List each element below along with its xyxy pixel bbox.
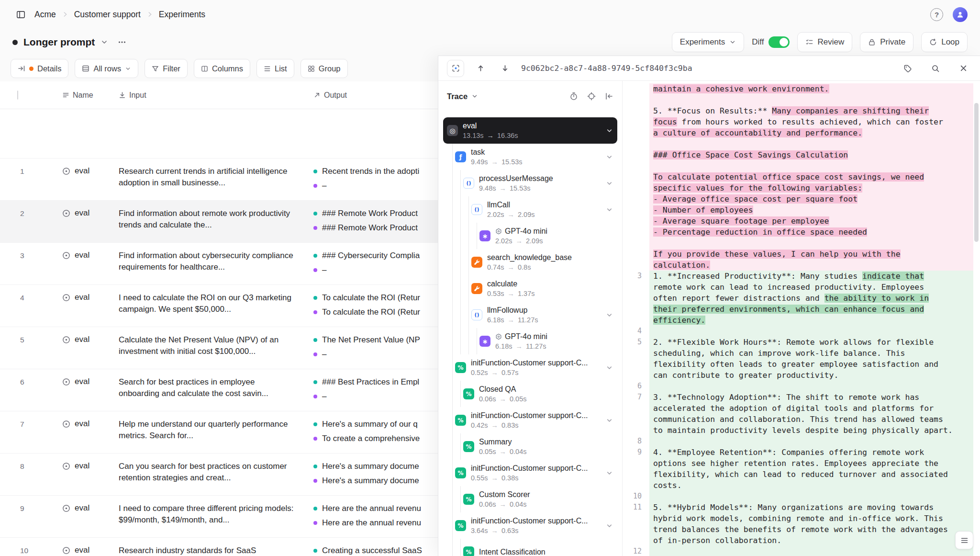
- row-name-cell[interactable]: eval: [62, 159, 119, 200]
- row-name-cell[interactable]: eval: [62, 201, 119, 242]
- trace-span-row[interactable]: calculate0.53s→1.37s: [443, 275, 617, 302]
- diff-line-text[interactable]: - Average office space cost per square f…: [649, 193, 973, 204]
- select-all-checkbox[interactable]: [17, 91, 18, 100]
- crosshair-icon[interactable]: [587, 92, 596, 101]
- timing-icon[interactable]: [569, 92, 578, 101]
- trace-view-dropdown[interactable]: Trace: [447, 92, 478, 101]
- diff-line-text[interactable]: [649, 491, 973, 502]
- tag-button[interactable]: [900, 60, 916, 77]
- row-input-text[interactable]: Research current trends in artificial in…: [119, 159, 309, 200]
- trace-span-row[interactable]: ◎eval13.13s→16.36s: [443, 117, 617, 144]
- columns-button[interactable]: Columns: [194, 59, 250, 78]
- previous-row-button[interactable]: [472, 60, 489, 77]
- diff-line-text[interactable]: 2. **Flexible Work Hours**: Remote work …: [649, 337, 973, 348]
- diff-line-text[interactable]: flexibility often leads to greater emplo…: [649, 359, 973, 370]
- trace-span-row[interactable]: %initFunction-Customer support-C...0.52s…: [443, 354, 617, 381]
- row-input-text[interactable]: I need to compare three different pricin…: [119, 496, 309, 537]
- chevron-down-icon[interactable]: [606, 153, 613, 160]
- row-input-text[interactable]: Can you search for best practices on cus…: [119, 454, 309, 495]
- trace-span-row[interactable]: ()llmFollowup6.18s→11.27s: [443, 302, 617, 328]
- filter-button[interactable]: Filter: [145, 59, 188, 78]
- row-name-cell[interactable]: eval: [62, 496, 119, 537]
- diff-line-text[interactable]: trend balances the benefits of remote wo…: [649, 524, 973, 535]
- diff-line-text[interactable]: focus from hours worked to results achie…: [649, 116, 973, 127]
- breadcrumb-org[interactable]: Acme: [34, 10, 56, 20]
- row-name-cell[interactable]: eval: [62, 243, 119, 284]
- row-input-text[interactable]: Research industry standards for SaaS: [119, 538, 309, 556]
- diff-line-text[interactable]: [649, 436, 973, 447]
- chevron-down-icon[interactable]: [606, 364, 613, 371]
- diff-line-text[interactable]: their preferred environments, which can …: [649, 304, 973, 315]
- chevron-down-icon[interactable]: [606, 127, 613, 134]
- breadcrumb-page[interactable]: Experiments: [159, 10, 205, 20]
- close-panel-button[interactable]: [955, 60, 971, 77]
- row-input-text[interactable]: Find information about remote work produ…: [119, 201, 309, 242]
- trace-span-row[interactable]: %initFunction-Customer support-C...0.42s…: [443, 407, 617, 433]
- diff-line-text[interactable]: of in-person collaboration.: [649, 535, 973, 546]
- diff-line-text[interactable]: communication and collaboration. This tr…: [649, 414, 973, 425]
- diff-line-text[interactable]: calculation.: [649, 260, 973, 271]
- trace-span-row[interactable]: ƒtask9.49s→15.53s: [443, 144, 617, 170]
- loop-button[interactable]: Loop: [921, 32, 968, 52]
- diff-line-text[interactable]: maintain a cohesive work environment.: [649, 83, 973, 94]
- column-header-name[interactable]: Name: [62, 91, 119, 100]
- log-view-button[interactable]: [955, 531, 973, 549]
- row-name-cell[interactable]: eval: [62, 454, 119, 495]
- diff-line-text[interactable]: costs.: [649, 480, 973, 491]
- search-button[interactable]: [927, 60, 944, 77]
- trace-span-row[interactable]: ∗GPT-4o mini6.18s→11.27s: [443, 328, 617, 354]
- trace-span-row[interactable]: %Intent Classification: [443, 539, 617, 556]
- trace-span-row[interactable]: %initFunction-Customer support-C...3.64s…: [443, 512, 617, 539]
- chevron-down-icon[interactable]: [100, 38, 108, 46]
- chevron-down-icon[interactable]: [606, 180, 613, 187]
- chevron-down-icon[interactable]: [606, 522, 613, 529]
- review-button[interactable]: Review: [797, 32, 853, 52]
- focus-span-button[interactable]: [447, 60, 464, 77]
- sidebar-toggle-icon[interactable]: [12, 6, 29, 23]
- all-rows-dropdown[interactable]: All rows: [75, 59, 138, 78]
- avatar[interactable]: [953, 7, 968, 22]
- collapse-panel-icon[interactable]: [605, 92, 613, 101]
- row-input-text[interactable]: Calculate the Net Present Value (NPV) of…: [119, 327, 309, 369]
- row-name-cell[interactable]: eval: [62, 538, 119, 556]
- experiment-name[interactable]: Longer prompt: [23, 36, 95, 48]
- diff-line-text[interactable]: to maintain productivity levels despite …: [649, 425, 973, 436]
- chevron-down-icon[interactable]: [606, 206, 613, 213]
- row-name-cell[interactable]: eval: [62, 411, 119, 453]
- diff-line-text[interactable]: [649, 138, 973, 149]
- diff-toggle[interactable]: [768, 36, 790, 48]
- row-input-text[interactable]: I need to calculate the ROI on our Q3 ma…: [119, 285, 309, 327]
- private-button[interactable]: Private: [860, 32, 913, 52]
- diff-line-text[interactable]: [649, 326, 973, 337]
- trace-span-row[interactable]: %Summary0.05s→0.04s: [443, 433, 617, 460]
- row-input-text[interactable]: Search for best practices in employee on…: [119, 369, 309, 411]
- trace-span-row[interactable]: %Custom Scorer0.06s→0.04s: [443, 486, 617, 512]
- diff-line-text[interactable]: hybrid work models, combining remote and…: [649, 513, 973, 524]
- diff-line-text[interactable]: specific values for the following variab…: [649, 182, 973, 193]
- group-button[interactable]: Group: [301, 59, 348, 78]
- diff-line-text[interactable]: [649, 160, 973, 171]
- row-input-text[interactable]: Find information about cybersecurity com…: [119, 243, 309, 284]
- breadcrumb-project[interactable]: Customer support: [74, 10, 141, 20]
- trace-span-row[interactable]: ()processUserMessage9.48s→15.53s: [443, 170, 617, 196]
- diff-line-text[interactable]: If you provide these values, I can help …: [649, 249, 973, 260]
- chevron-down-icon[interactable]: [606, 469, 613, 477]
- diff-line-text[interactable]: [649, 94, 973, 105]
- details-button[interactable]: Details: [11, 59, 68, 78]
- diff-line-text[interactable]: can contribute to greater productivity.: [649, 370, 973, 381]
- diff-line-text[interactable]: [649, 381, 973, 392]
- experiments-dropdown-button[interactable]: Experiments: [672, 32, 744, 52]
- diff-line-text[interactable]: 5. **Hybrid Models**: Many organizations…: [649, 502, 973, 513]
- diff-line-text[interactable]: 4. **Employee Retention**: Companies off…: [649, 447, 973, 458]
- diff-line-text[interactable]: a culture of accountability and performa…: [649, 127, 973, 138]
- trace-span-row[interactable]: ∗GPT-4o mini2.02s→2.09s: [443, 223, 617, 249]
- trace-span-row[interactable]: ()llmCall2.02s→2.09s: [443, 196, 617, 223]
- help-icon[interactable]: ?: [930, 8, 943, 21]
- diff-line-text[interactable]: - Percentage reduction in office space n…: [649, 227, 973, 238]
- diff-line-text[interactable]: - Average square footage per employee: [649, 216, 973, 227]
- diff-line-text[interactable]: often report fewer distractions and the …: [649, 293, 973, 304]
- trace-span-row[interactable]: search_knowledge_base0.74s→0.8s: [443, 249, 617, 275]
- scrollbar-thumb[interactable]: [974, 103, 979, 242]
- diff-line-text[interactable]: scheduling, which can improve work-life …: [649, 348, 973, 359]
- diff-line-text[interactable]: options see higher retention rates. Empl…: [649, 458, 973, 469]
